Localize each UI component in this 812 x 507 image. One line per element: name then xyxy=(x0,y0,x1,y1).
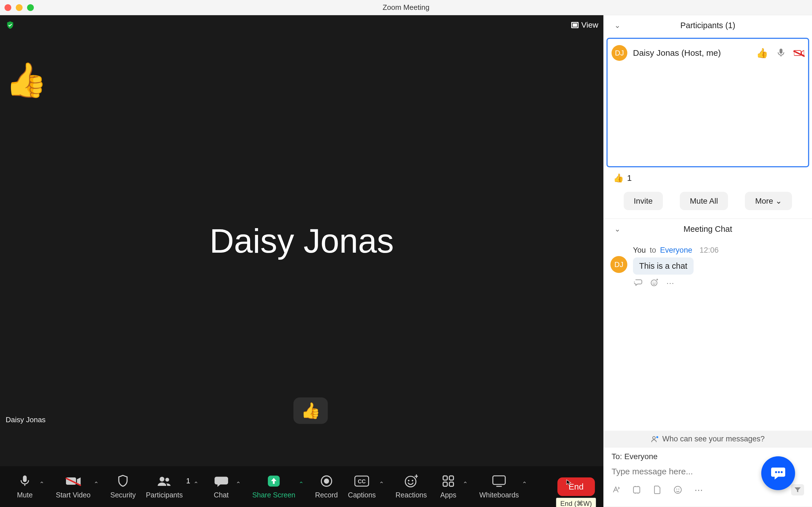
svg-point-17 xyxy=(655,282,656,283)
svg-point-8 xyxy=(408,480,409,482)
end-button-label: End xyxy=(569,482,583,491)
participant-mic-icon[interactable] xyxy=(776,48,786,58)
participants-button-label: Participants xyxy=(146,491,183,499)
mute-button[interactable]: Mute xyxy=(13,474,36,499)
apps-button[interactable]: Apps xyxy=(437,474,460,499)
participants-button[interactable]: Participants xyxy=(146,474,183,499)
chat-messages: DJ You to Everyone 12:06 This is a chat xyxy=(604,239,812,431)
participant-name-label: Daisy Jonas (Host, me) xyxy=(633,48,751,58)
captions-button-label: Captions xyxy=(348,491,376,499)
people-privacy-icon xyxy=(651,435,659,443)
video-reaction-overlay: 👍 xyxy=(5,60,47,100)
svg-point-21 xyxy=(674,487,681,494)
whiteboards-options-chevron-up-icon[interactable]: ⌃ xyxy=(520,481,528,499)
svg-rect-10 xyxy=(443,476,448,480)
shield-icon xyxy=(117,474,129,488)
record-button-label: Record xyxy=(315,491,338,499)
share-screen-button[interactable]: Share Screen xyxy=(252,474,296,499)
chat-button-label: Chat xyxy=(214,491,229,499)
end-meeting-button[interactable]: End End (⌘W) xyxy=(557,477,595,496)
svg-point-15 xyxy=(651,280,657,286)
chat-collapse-chevron-down-icon[interactable]: ⌄ xyxy=(614,225,620,233)
view-layout-icon xyxy=(571,22,578,28)
svg-rect-14 xyxy=(493,476,505,484)
participant-camera-off-icon[interactable] xyxy=(794,48,804,58)
format-icon[interactable] xyxy=(612,486,620,494)
window-close-button[interactable] xyxy=(4,4,11,11)
svg-rect-12 xyxy=(443,482,448,487)
window-title: Zoom Meeting xyxy=(0,3,812,12)
avatar: DJ xyxy=(610,256,627,273)
svg-rect-20 xyxy=(633,487,640,493)
participants-collapse-chevron-down-icon[interactable]: ⌄ xyxy=(614,21,620,30)
participants-options-chevron-up-icon[interactable]: ⌃ xyxy=(192,481,200,499)
svg-point-0 xyxy=(160,477,164,482)
mute-options-chevron-up-icon[interactable]: ⌃ xyxy=(38,481,46,499)
window-maximize-button[interactable] xyxy=(27,4,34,11)
chat-to-target[interactable]: Everyone xyxy=(660,246,692,255)
chat-options-chevron-up-icon[interactable]: ⌃ xyxy=(234,481,242,499)
apps-button-label: Apps xyxy=(440,491,456,499)
emoji-picker-icon[interactable] xyxy=(673,486,682,494)
captions-icon: CC xyxy=(354,474,369,488)
share-screen-icon xyxy=(267,474,280,488)
view-button-label: View xyxy=(581,20,598,30)
participants-count-badge: 1 xyxy=(186,476,190,497)
participants-panel-header: ⌄ Participants (1) xyxy=(604,15,812,36)
invite-button[interactable]: Invite xyxy=(624,192,663,210)
window-titlebar: Zoom Meeting xyxy=(0,0,812,15)
video-options-chevron-up-icon[interactable]: ⌃ xyxy=(92,481,100,499)
chat-bubble-icon xyxy=(770,465,786,482)
svg-rect-13 xyxy=(449,482,454,487)
end-button-tooltip: End (⌘W) xyxy=(556,498,596,507)
chat-react-icon[interactable] xyxy=(651,279,658,288)
svg-point-25 xyxy=(778,471,780,473)
smiley-plus-icon xyxy=(404,474,418,488)
record-icon xyxy=(320,474,333,488)
svg-point-7 xyxy=(405,476,416,487)
chat-from-label: You xyxy=(633,246,646,255)
chat-bubble-icon xyxy=(214,474,228,488)
chat-to-prefix: to xyxy=(650,246,656,255)
chat-filter-icon[interactable] xyxy=(791,484,804,496)
chat-message: DJ You to Everyone 12:06 This is a chat xyxy=(610,246,805,288)
help-chat-bubble-button[interactable] xyxy=(761,456,795,490)
participants-more-button[interactable]: More ⌄ xyxy=(745,192,792,210)
participants-more-label: More xyxy=(755,196,773,206)
participant-row[interactable]: DJ Daisy Jonas (Host, me) 👍 xyxy=(612,42,804,64)
file-attach-icon[interactable] xyxy=(653,485,661,494)
svg-point-24 xyxy=(775,471,777,473)
chat-more-icon[interactable]: ⋯ xyxy=(666,279,674,288)
reaction-tally: 👍 1 xyxy=(604,170,812,186)
participants-panel: ⌄ Participants (1) DJ Daisy Jonas (Host,… xyxy=(604,15,812,219)
reaction-tally-count: 1 xyxy=(627,173,632,183)
captions-button[interactable]: CC Captions xyxy=(348,474,376,499)
start-video-button[interactable]: Start Video xyxy=(56,474,91,499)
chat-panel-header: ⌄ Meeting Chat xyxy=(604,219,812,239)
chat-reply-icon[interactable] xyxy=(634,279,643,288)
screenshot-icon[interactable] xyxy=(632,486,641,494)
chat-message-body[interactable]: This is a chat xyxy=(633,258,694,275)
svg-point-1 xyxy=(165,478,169,482)
encryption-shield-icon[interactable] xyxy=(5,20,15,30)
share-screen-options-chevron-up-icon[interactable]: ⌃ xyxy=(297,481,305,499)
svg-point-18 xyxy=(653,436,655,439)
captions-options-chevron-up-icon[interactable]: ⌃ xyxy=(377,481,386,499)
apps-options-chevron-up-icon[interactable]: ⌃ xyxy=(461,481,469,499)
mute-button-label: Mute xyxy=(17,491,33,499)
who-can-see-banner[interactable]: Who can see your messages? xyxy=(604,431,812,447)
mute-all-button[interactable]: Mute All xyxy=(680,192,728,210)
avatar: DJ xyxy=(612,45,627,61)
view-button[interactable]: View xyxy=(571,20,598,30)
chat-button[interactable]: Chat xyxy=(210,474,233,499)
side-panel: ⌄ Participants (1) DJ Daisy Jonas (Host,… xyxy=(603,15,812,507)
chevron-down-icon: ⌄ xyxy=(775,196,782,206)
svg-text:CC: CC xyxy=(358,478,366,485)
security-button[interactable]: Security xyxy=(110,474,136,499)
reactions-button[interactable]: Reactions xyxy=(396,474,427,499)
whiteboards-button[interactable]: Whiteboards xyxy=(479,474,519,499)
more-tools-icon[interactable]: ⋯ xyxy=(695,485,703,495)
window-minimize-button[interactable] xyxy=(16,4,22,11)
floating-reaction-pill[interactable]: 👍 xyxy=(294,397,328,424)
record-button[interactable]: Record xyxy=(315,474,338,499)
